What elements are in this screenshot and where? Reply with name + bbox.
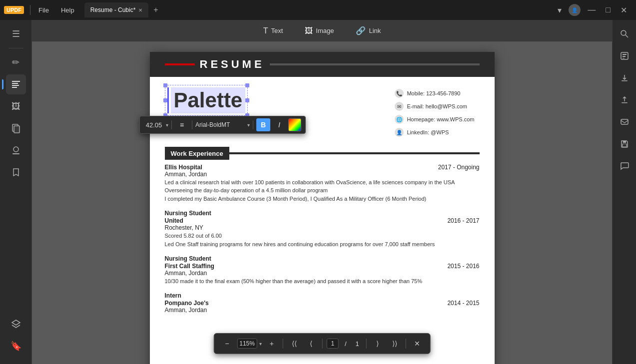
zoom-area: 115% ▾ [237,339,262,349]
bn-divider-1 [283,339,283,349]
entry-1-company: Ellis Hospital [165,164,202,171]
sidebar-icon-image[interactable]: 🖼 [6,96,26,116]
ft-divider-3 [253,120,253,129]
right-sidebar-ocr[interactable] [615,46,635,66]
entry-1-bullet-1: Led a clinical research trial with over … [165,179,480,186]
sidebar-icon-menu[interactable]: ☰ [6,24,26,44]
sidebar-icon-stamp[interactable] [6,140,26,160]
sidebar-icon-pages[interactable] [6,118,26,138]
zoom-in-button[interactable]: + [265,337,279,351]
ft-divider-1 [171,120,172,129]
entry-1-dates: 2017 - Ongoing [438,164,480,171]
font-name-dropdown[interactable]: Arial-BoldMT [195,121,245,128]
tab-resume[interactable]: Resume - Cubic* ✕ [84,2,149,17]
section-title-box: Work Experience [165,147,229,160]
sidebar-icon-bookmark[interactable] [6,162,26,182]
color-picker-button[interactable] [288,118,301,131]
entry-3-location: Amman, Jordan [165,270,480,277]
font-name-arrow[interactable]: ▾ [247,122,250,128]
image-icon: 🖼 [305,26,313,35]
handle-mr[interactable] [245,98,249,102]
menu-file[interactable]: File [34,4,53,16]
zoom-value[interactable]: 115% [237,339,257,349]
zoom-out-button[interactable]: − [220,337,234,351]
entry-4-header: Pompano Joe's 2014 - 2015 [165,300,480,307]
italic-button[interactable]: I [272,118,286,131]
user-avatar[interactable]: 👤 [569,4,581,16]
tab-close-button[interactable]: ✕ [138,7,142,13]
person-name[interactable]: Palette [171,87,246,113]
tab-area: Resume - Cubic* ✕ + [82,2,551,17]
right-sidebar-upload[interactable] [615,90,635,110]
nav-prev-button[interactable]: ⟨ [304,337,318,351]
page-current-input[interactable] [327,339,339,349]
font-size-value[interactable]: 42.05 [144,121,164,129]
sidebar-icon-layers[interactable] [6,314,26,334]
svg-rect-13 [623,58,625,58]
toolbar-text[interactable]: T Text [258,24,288,37]
bold-button[interactable]: B [256,118,270,131]
entry-1-location: Amman, Jordan [165,171,480,178]
tab-add-button[interactable]: + [149,4,162,15]
floating-toolbar: 42.05 ▾ ≡ Arial-BoldMT ▾ B I [139,116,306,134]
nav-close-button[interactable]: ✕ [410,337,424,351]
sidebar-icon-bookmark2[interactable]: 🔖 [6,336,26,356]
sidebar-icon-edit[interactable]: ✏ [6,52,26,72]
right-sidebar-search[interactable] [615,24,635,44]
entry-3-title: Nursing Student [165,255,480,262]
svg-rect-16 [621,119,628,124]
edit-toolbar: T Text 🖼 Image 🔗 Link [32,20,612,42]
toolbar-link[interactable]: 🔗 Link [351,24,386,37]
right-sidebar-email[interactable] [615,112,635,132]
toolbar-image[interactable]: 🖼 Image [300,24,339,37]
svg-rect-18 [623,144,627,147]
page-total: 1 [353,340,362,348]
maximize-button[interactable]: □ [603,4,614,15]
entry-3-dates: 2015 - 2016 [447,263,479,270]
handle-tl[interactable] [163,83,167,87]
bn-divider-2 [322,339,323,349]
linkedin-icon: 👤 [395,128,404,137]
menu-help[interactable]: Help [57,4,78,16]
entry-3-bullet-1: 10/30 made it to the final exam (50% hig… [165,278,480,285]
nav-last-button[interactable]: ⟩⟩ [388,337,402,351]
left-sidebar: ☰ ✏ 🖼 [0,20,32,364]
center-area: T Text 🖼 Image 🔗 Link 42.05 ▾ ≡ [32,20,612,364]
font-size-dropdown[interactable]: ▾ [166,122,168,128]
pdf-container[interactable]: 42.05 ▾ ≡ Arial-BoldMT ▾ B I [32,42,612,364]
handle-ml[interactable] [163,98,167,102]
link-label: Link [369,27,381,34]
close-window-button[interactable]: ✕ [618,4,630,16]
link-icon: 🔗 [356,26,366,35]
entry-2-header: United 2016 - 2017 [165,217,480,224]
text-selection-box[interactable]: Palette [165,85,248,116]
nav-next-button[interactable]: ⟩ [371,337,385,351]
sidebar-icon-text[interactable] [6,74,26,94]
entry-4-location: Amman, Jordan [165,307,480,314]
handle-tr[interactable] [245,83,249,87]
bottom-nav: − 115% ▾ + ⟨⟨ ⟨ / 1 ⟩ ⟩⟩ ✕ [213,333,431,354]
sidebar-divider-1 [8,48,23,48]
dropdown-button[interactable]: ▾ [555,4,565,16]
tab-label: Resume - Cubic* [90,6,136,13]
title-divider-1 [30,5,30,15]
nav-first-button[interactable]: ⟨⟨ [287,337,301,351]
entry-1-bullet-3: I completed my Basic Ambulance Course (3… [165,195,480,203]
title-bar: UPDF File Help Resume - Cubic* ✕ + ▾ 👤 —… [0,0,636,20]
entry-4-dates: 2014 - 2015 [447,300,479,307]
svg-rect-5 [14,126,19,133]
zoom-dropdown-arrow[interactable]: ▾ [259,341,262,347]
svg-rect-14 [622,80,628,81]
right-sidebar-chat[interactable] [615,156,635,176]
align-button[interactable]: ≡ [175,118,189,131]
right-sidebar-download[interactable] [615,68,635,88]
ft-divider-2 [192,120,192,129]
svg-rect-15 [622,102,628,103]
minimize-button[interactable]: — [585,4,599,15]
svg-rect-12 [623,56,626,57]
app-logo[interactable]: UPDF [4,6,24,14]
entry-2-bullet-2: Led One Staff training programs for new … [165,241,480,248]
work-entry-1: Ellis Hospital 2017 - Ongoing Amman, Jor… [165,164,480,203]
right-sidebar-save[interactable] [615,134,635,154]
text-label: Text [271,27,283,34]
